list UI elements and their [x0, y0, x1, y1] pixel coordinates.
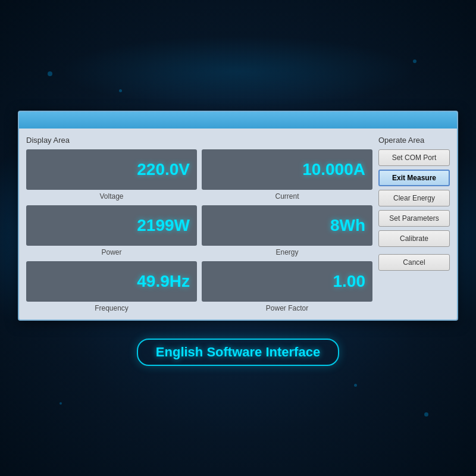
power-factor-label: Power Factor [266, 304, 308, 312]
voltage-cell: 220.0V Voltage [26, 149, 197, 201]
current-cell: 10.000A Current [202, 149, 372, 201]
metrics-grid: 220.0V Voltage 10.000A Current 2199W [26, 149, 372, 312]
voltage-label: Voltage [99, 192, 123, 201]
title-bar [19, 112, 457, 129]
operate-area-label: Operate Area [378, 136, 450, 145]
frequency-label: Frequency [95, 304, 129, 312]
current-label: Current [275, 192, 299, 201]
power-cell: 2199W Power [26, 205, 197, 256]
power-value: 2199W [137, 216, 190, 235]
main-window: Display Area 220.0V Voltage 10.000A Curr… [18, 111, 458, 321]
power-display: 2199W [26, 205, 197, 246]
window-content: Display Area 220.0V Voltage 10.000A Curr… [19, 129, 457, 320]
power-factor-cell: 1.00 Power Factor [202, 261, 372, 312]
voltage-display: 220.0V [26, 149, 197, 190]
set-parameters-button[interactable]: Set Parameters [378, 210, 450, 227]
cancel-button[interactable]: Cancel [378, 254, 450, 271]
frequency-value: 49.9Hz [137, 272, 190, 291]
frequency-display: 49.9Hz [26, 261, 197, 302]
clear-energy-button[interactable]: Clear Energy [378, 190, 450, 206]
bottom-label-container: English Software Interface [137, 339, 339, 366]
op-buttons: Set COM Port Exit Measure Clear Energy S… [378, 149, 450, 271]
exit-measure-button[interactable]: Exit Measure [378, 170, 450, 186]
current-value: 10.000A [302, 160, 365, 179]
display-area-label: Display Area [26, 136, 372, 145]
power-factor-value: 1.00 [333, 272, 366, 291]
voltage-value: 220.0V [137, 160, 190, 179]
current-display: 10.000A [202, 149, 372, 190]
calibrate-button[interactable]: Calibrate [378, 230, 450, 247]
frequency-cell: 49.9Hz Frequency [26, 261, 197, 312]
set-com-port-button[interactable]: Set COM Port [378, 149, 450, 166]
energy-cell: 8Wh Energy [202, 205, 372, 256]
energy-value: 8Wh [330, 216, 365, 235]
display-area: Display Area 220.0V Voltage 10.000A Curr… [26, 136, 372, 312]
operate-area: Operate Area Set COM Port Exit Measure C… [378, 136, 450, 312]
bottom-label: English Software Interface [137, 339, 339, 366]
energy-label: Energy [275, 248, 298, 256]
power-label: Power [101, 248, 121, 256]
power-factor-display: 1.00 [202, 261, 372, 302]
energy-display: 8Wh [202, 205, 372, 246]
